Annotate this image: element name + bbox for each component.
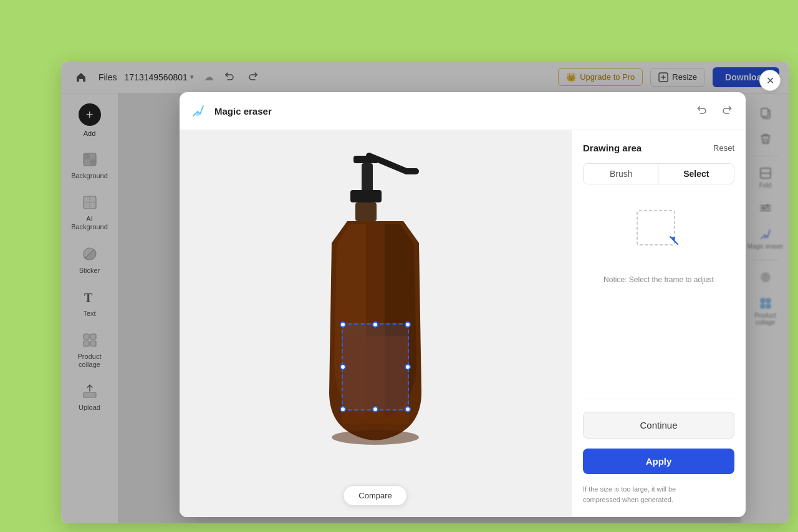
svg-point-30 <box>332 430 419 445</box>
frame-preview <box>583 194 734 264</box>
modal-right-panel: Drawing area Reset Brush Select <box>571 130 746 517</box>
modal-overlay: ✕ Magic eraser <box>61 61 789 523</box>
select-button[interactable]: Select <box>659 164 734 184</box>
svg-rect-31 <box>637 211 675 245</box>
svg-rect-26 <box>362 163 373 194</box>
app-window: Files 1713149560801 ▾ ☁ 👑 Upgrade to Pro <box>61 61 789 523</box>
brush-button[interactable]: Brush <box>584 164 659 184</box>
handle-tl[interactable] <box>340 321 346 328</box>
continue-button[interactable]: Continue <box>583 412 734 439</box>
reset-button[interactable]: Reset <box>713 143 734 153</box>
drawing-area-header: Drawing area Reset <box>583 143 734 153</box>
drawing-area-title: Drawing area <box>583 143 642 153</box>
modal-divider <box>583 399 734 399</box>
svg-rect-28 <box>355 202 377 221</box>
frame-preview-svg <box>628 204 690 254</box>
handle-bl[interactable] <box>340 406 346 412</box>
handle-bm[interactable] <box>372 406 378 412</box>
svg-rect-27 <box>350 190 382 202</box>
close-button[interactable]: ✕ <box>759 70 781 91</box>
magic-eraser-tool-icon <box>190 102 207 120</box>
modal-title: Magic eraser <box>214 106 686 116</box>
magic-eraser-modal: Magic eraser <box>180 92 746 517</box>
modal-body: Compare Drawing area Reset Brush Select <box>180 130 746 517</box>
svg-marker-32 <box>670 237 675 242</box>
compress-notice: If the size is too large, it will be com… <box>583 484 734 505</box>
handle-tm[interactable] <box>372 321 378 328</box>
selection-box[interactable] <box>342 323 409 411</box>
modal-undo-button[interactable] <box>693 101 711 121</box>
notice-text: Notice: Select the frame to adjust <box>583 274 734 285</box>
apply-button[interactable]: Apply <box>583 449 734 474</box>
handle-ml[interactable] <box>340 364 346 370</box>
modal-redo-button[interactable] <box>718 101 736 121</box>
brush-select-toggle: Brush Select <box>583 163 734 184</box>
handle-br[interactable] <box>405 406 411 412</box>
handle-tr[interactable] <box>405 321 411 328</box>
handle-mr[interactable] <box>405 364 411 370</box>
drawing-canvas[interactable]: Compare <box>180 130 571 517</box>
compare-button[interactable]: Compare <box>343 485 407 506</box>
modal-header: Magic eraser <box>180 92 746 130</box>
